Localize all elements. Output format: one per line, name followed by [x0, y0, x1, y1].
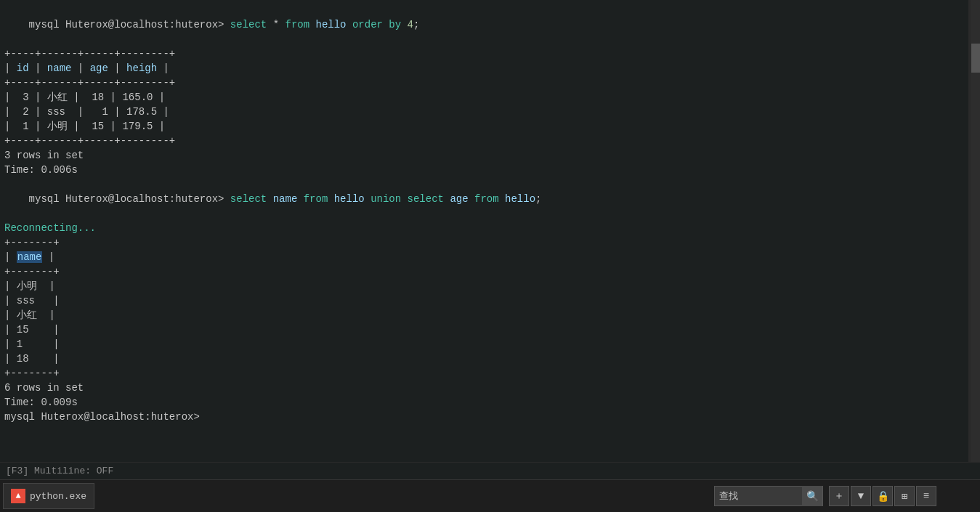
lock-icon-btn[interactable]: 🔒 [872, 486, 893, 506]
query-time: Time: 0.006s [4, 163, 976, 177]
table2-row: | 小红 | [4, 308, 976, 322]
sql-select2: select [230, 193, 267, 205]
table-header: | id | name | age | heigh | [4, 61, 976, 76]
table2-border: +-------+ [4, 366, 976, 381]
table2-row: | sss | [4, 293, 976, 308]
table-hello: hello [334, 193, 365, 205]
table-border: +----+------+-----+--------+ [4, 46, 976, 61]
table2-row: | 小明 | [4, 279, 976, 293]
prompt-text: mysql Huterox@localhost:huterox> [29, 19, 230, 31]
table-border: +----+------+-----+--------+ [4, 76, 976, 90]
highlighted-col: name [17, 251, 43, 263]
rows-count: 3 rows in set [4, 148, 976, 163]
scrollbar-thumb[interactable] [971, 44, 980, 73]
scrollbar[interactable] [971, 0, 980, 479]
status-text: [F3] Multiline: OFF [6, 466, 113, 476]
order-num: 4 [401, 19, 413, 31]
table-ref: hello [316, 19, 347, 31]
table-hello2: hello [505, 193, 535, 205]
taskbar-right-section: 🔍 ＋ ▼ 🔒 ⊞ ≡ [714, 486, 936, 506]
status-bar: [F3] Multiline: OFF [0, 462, 980, 479]
sql-union: union [370, 193, 401, 205]
prompt-text: mysql Huterox@localhost:huterox> [29, 193, 230, 205]
taskbar[interactable]: ▲ python.exe 🔍 ＋ ▼ 🔒 ⊞ ≡ [0, 479, 980, 512]
table2-border: +-------+ [4, 235, 976, 250]
sql-select: select [230, 19, 267, 31]
table2-row: | 18 | [4, 352, 976, 366]
search-button[interactable]: 🔍 [802, 486, 822, 506]
terminal-line: mysql Huterox@localhost:huterox> select … [4, 3, 976, 46]
table2-border: +-------+ [4, 264, 976, 279]
query-time2: Time: 0.009s [4, 395, 976, 410]
grid-icon-btn[interactable]: ⊞ [894, 486, 915, 506]
add-icon-btn[interactable]: ＋ [829, 486, 849, 506]
terminal[interactable]: mysql Huterox@localhost:huterox> select … [0, 0, 980, 479]
table-row: | 1 | 小明 | 15 | 179.5 | [4, 119, 976, 134]
table-row: | 2 | sss | 1 | 178.5 | [4, 105, 976, 119]
table-row: | 3 | 小红 | 18 | 165.0 | [4, 90, 976, 105]
table2-header: | name | [4, 250, 976, 264]
sql-from2: from [304, 193, 328, 205]
app-label: python.exe [30, 491, 86, 502]
sql-by: by [389, 19, 401, 31]
sql-order: order [352, 19, 383, 31]
sql-from: from [286, 19, 310, 31]
search-box[interactable]: 🔍 [714, 486, 823, 506]
table-border: +----+------+-----+--------+ [4, 134, 976, 148]
app-icon: ▲ [11, 489, 25, 503]
terminal-line: mysql Huterox@localhost:huterox> select … [4, 177, 976, 221]
rows-count2: 6 rows in set [4, 381, 976, 395]
taskbar-icon-group: ＋ ▼ 🔒 ⊞ ≡ [829, 486, 936, 506]
sql-from3: from [474, 193, 499, 205]
search-input[interactable] [715, 491, 802, 502]
table2-row: | 15 | [4, 322, 976, 337]
menu-icon-btn[interactable]: ≡ [916, 486, 936, 506]
sql-select3: select [408, 193, 444, 205]
table2-row: | 1 | [4, 337, 976, 352]
reconnecting-msg: Reconnecting... [4, 221, 976, 235]
dropdown-icon-btn[interactable]: ▼ [851, 486, 871, 506]
taskbar-app-item[interactable]: ▲ python.exe [3, 483, 94, 509]
prompt-cursor: mysql Huterox@localhost:huterox> [4, 410, 976, 424]
